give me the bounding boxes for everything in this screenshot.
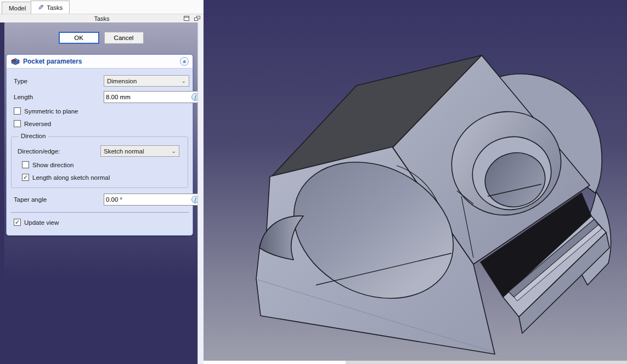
cancel-button[interactable]: Cancel	[104, 32, 144, 44]
type-value: Dimension	[107, 78, 137, 84]
show-direction-label: Show direction	[32, 162, 74, 168]
cad-model-view	[204, 0, 627, 364]
chevron-down-icon: ⌄	[172, 149, 176, 154]
float-icon[interactable]	[194, 16, 200, 21]
direction-edge-value: Sketch normal	[104, 148, 144, 155]
separator	[10, 212, 189, 213]
taper-angle-input[interactable]	[105, 196, 191, 203]
panel-gradient-area: OK Cancel Pocket parameters «	[4, 22, 197, 364]
direction-edge-label: Direction/edge:	[18, 148, 100, 155]
panel-tabbar: Model ✎ Tasks	[0, 0, 204, 14]
taper-angle-label: Taper angle	[14, 196, 104, 203]
symmetric-checkbox[interactable]	[14, 107, 21, 115]
direction-groupbox: Direction Direction/edge: Sketch normal …	[11, 136, 188, 188]
reversed-checkbox[interactable]	[14, 120, 21, 127]
taper-field-frame: ƒ	[104, 194, 201, 206]
tasks-panel: Model ✎ Tasks Tasks OK Cancel	[0, 0, 204, 364]
length-input[interactable]	[105, 94, 191, 100]
tab-model[interactable]: Model	[2, 2, 33, 14]
tab-tasks-label: Tasks	[47, 4, 63, 11]
length-field-frame: ƒ	[104, 91, 201, 103]
chevron-up-icon: «	[182, 60, 188, 63]
length-along-label: Length along sketch normal	[32, 174, 110, 181]
type-label: Type	[14, 78, 104, 84]
pocket-icon	[10, 58, 20, 65]
length-label: Length	[14, 94, 104, 100]
pocket-parameters-header[interactable]: Pocket parameters «	[7, 55, 193, 69]
type-select[interactable]: Dimension ⌄	[104, 75, 189, 87]
symmetric-label: Symmetric to plane	[24, 108, 78, 115]
length-along-checkbox[interactable]: ✓	[22, 174, 29, 181]
direction-edge-select[interactable]: Sketch normal ⌄	[100, 145, 179, 157]
pocket-parameters-title: Pocket parameters	[23, 58, 82, 65]
update-view-label: Update view	[24, 219, 59, 226]
tab-model-label: Model	[9, 5, 26, 12]
statusbar-right	[346, 361, 627, 364]
update-view-checkbox[interactable]: ✓	[14, 219, 21, 226]
3d-viewport[interactable]	[204, 0, 627, 364]
tasks-titlebar: Tasks	[0, 14, 204, 22]
tab-tasks[interactable]: ✎ Tasks	[31, 1, 70, 14]
show-direction-checkbox[interactable]	[22, 161, 29, 168]
direction-group-label: Direction	[18, 133, 48, 139]
collapse-button[interactable]: «	[180, 57, 189, 66]
dock-icon[interactable]	[184, 16, 189, 21]
reversed-label: Reversed	[24, 121, 51, 127]
panel-splitter[interactable]	[197, 22, 204, 364]
freecad-window: Model ✎ Tasks Tasks OK Cancel	[0, 0, 627, 364]
tasks-panel-body: OK Cancel Pocket parameters «	[0, 22, 204, 364]
tasks-title: Tasks	[94, 15, 109, 22]
pocket-parameters-group: Pocket parameters « Type Dimension ⌄	[6, 54, 193, 236]
ok-button[interactable]: OK	[59, 32, 99, 44]
statusbar-left	[204, 361, 346, 364]
chevron-down-icon: ⌄	[182, 78, 186, 84]
pencil-icon: ✎	[38, 3, 44, 12]
